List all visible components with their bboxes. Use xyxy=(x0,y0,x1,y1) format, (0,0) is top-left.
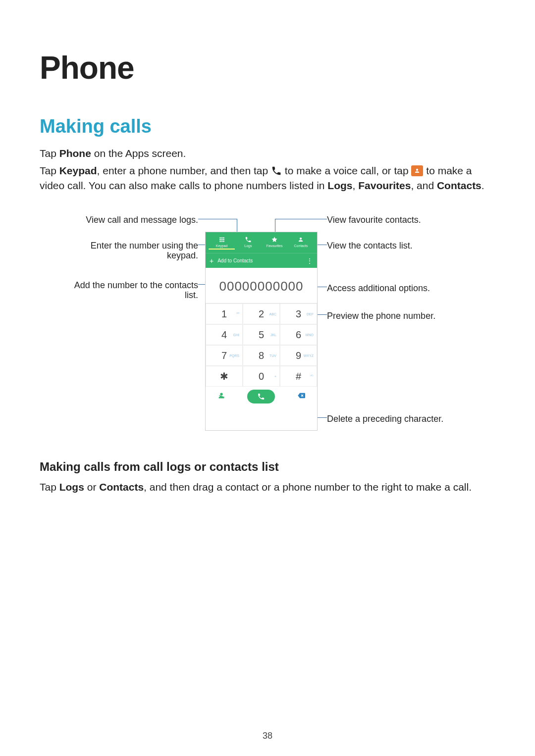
video-call-button[interactable] xyxy=(216,390,227,403)
key-sublabel: WXYZ xyxy=(304,354,314,357)
key-0[interactable]: 0+ xyxy=(243,366,280,387)
tab-label: Contacts xyxy=(294,244,308,248)
key-sublabel: JKL xyxy=(270,333,276,337)
key-digit: # xyxy=(296,371,301,382)
more-options-icon[interactable]: ⋮ xyxy=(306,257,313,265)
voice-call-button[interactable] xyxy=(247,390,275,403)
svg-rect-5 xyxy=(223,239,224,240)
key-8[interactable]: 8TUV xyxy=(243,345,280,366)
key-6[interactable]: 6MNO xyxy=(280,324,317,345)
text: , and then drag a contact or a phone num… xyxy=(144,481,472,493)
text: . xyxy=(482,180,484,191)
key-3[interactable]: 3DEF xyxy=(280,303,317,324)
phone-diagram: View call and message logs. Enter the nu… xyxy=(40,202,495,440)
key-4[interactable]: 4GHI xyxy=(206,324,243,345)
text-bold-logs: Logs xyxy=(59,481,84,493)
text-bold-favourites: Favourites xyxy=(358,180,411,191)
plus-icon: + xyxy=(210,257,214,265)
section-heading: Making calls xyxy=(40,116,495,137)
callout-preview-number: Preview the phone number. xyxy=(327,310,435,322)
tab-label: Keypad xyxy=(216,244,228,248)
key-9[interactable]: 9WXYZ xyxy=(280,345,317,366)
key-digit: 4 xyxy=(221,329,227,341)
key-sublabel: ABC xyxy=(269,312,276,316)
key-digit: 0 xyxy=(259,371,264,382)
key-digit: 8 xyxy=(259,350,264,361)
key-sublabel: PQRS xyxy=(229,354,239,357)
key-sublabel: GHI xyxy=(233,333,239,337)
svg-rect-7 xyxy=(221,241,222,242)
phone-screenshot: Keypad Logs Favourites Contacts + Add to xyxy=(206,232,317,430)
callout-keypad-l2: keypad. xyxy=(40,250,198,261)
key-sublabel: ᴼᴼ xyxy=(236,312,239,316)
text-bold-contacts: Contacts xyxy=(437,180,482,191)
svg-rect-3 xyxy=(219,239,220,240)
paragraph-1: Tap Phone on the Apps screen. xyxy=(40,146,495,160)
text: , xyxy=(353,180,359,191)
text: to make a voice call, or tap xyxy=(285,165,412,176)
backspace-button[interactable] xyxy=(296,392,307,402)
text-bold-contacts: Contacts xyxy=(99,481,144,493)
key-sublabel: + xyxy=(274,375,276,378)
connector-line xyxy=(275,219,327,219)
tab-label: Favourites xyxy=(267,244,283,248)
key-digit: 3 xyxy=(296,308,301,320)
tab-logs[interactable]: Logs xyxy=(235,236,261,250)
star-icon xyxy=(271,236,278,243)
page-number: 38 xyxy=(0,731,535,741)
keypad: 1ᴼᴼ 2ABC 3DEF 4GHI 5JKL 6MNO 7PQRS 8TUV … xyxy=(206,303,317,387)
text: or xyxy=(84,481,99,493)
key-digit: 9 xyxy=(296,350,301,361)
svg-rect-1 xyxy=(221,237,222,238)
key-sublabel: DEF xyxy=(307,312,314,316)
svg-rect-2 xyxy=(223,237,224,238)
text: Tap xyxy=(40,165,59,176)
callout-more-options: Access additional options. xyxy=(327,283,430,294)
keypad-icon xyxy=(218,236,225,243)
text-bold-logs: Logs xyxy=(327,180,352,191)
text: Tap xyxy=(40,148,59,159)
key-5[interactable]: 5JKL xyxy=(243,324,280,345)
person-icon xyxy=(297,236,304,243)
phone-tab-bar: Keypad Logs Favourites Contacts xyxy=(206,232,317,253)
key-digit: 2 xyxy=(259,308,264,320)
key-7[interactable]: 7PQRS xyxy=(206,345,243,366)
key-digit: 5 xyxy=(259,329,264,341)
number-display: 00000000000 xyxy=(206,268,317,303)
key-2[interactable]: 2ABC xyxy=(243,303,280,324)
key-sublabel: ⁽ᴷ⁾ xyxy=(310,374,314,378)
page-title: Phone xyxy=(40,50,495,86)
key-1[interactable]: 1ᴼᴼ xyxy=(206,303,243,324)
key-sublabel: MNO xyxy=(306,333,314,337)
key-hash[interactable]: #⁽ᴷ⁾ xyxy=(280,366,317,387)
phone-handset-icon xyxy=(271,165,282,176)
text-bold-phone: Phone xyxy=(59,148,91,159)
tab-favourites[interactable]: Favourites xyxy=(262,236,288,250)
tab-keypad[interactable]: Keypad xyxy=(209,236,235,250)
text: , enter a phone number, and then tap xyxy=(97,165,271,176)
text: Tap xyxy=(40,481,59,493)
svg-rect-4 xyxy=(221,239,222,240)
key-sublabel: TUV xyxy=(269,354,276,357)
video-call-icon xyxy=(411,165,423,176)
key-digit: 7 xyxy=(221,350,227,361)
action-row xyxy=(206,387,317,406)
logs-icon xyxy=(245,236,252,243)
add-to-contacts-label: Add to Contacts xyxy=(217,258,253,263)
callout-view-logs: View call and message logs. xyxy=(40,214,198,226)
text: , and xyxy=(411,180,437,191)
key-star[interactable]: ✱ xyxy=(206,366,243,387)
callout-view-contacts: View the contacts list. xyxy=(327,240,413,252)
key-digit: 1 xyxy=(221,308,227,320)
add-to-contacts-row[interactable]: + Add to Contacts ⋮ xyxy=(206,253,317,268)
svg-rect-8 xyxy=(223,241,224,242)
paragraph-3: Tap Logs or Contacts, and then drag a co… xyxy=(40,480,495,494)
key-digit: 6 xyxy=(296,329,301,341)
callout-add-contacts-l2: list. xyxy=(40,290,198,301)
text-bold-keypad: Keypad xyxy=(59,165,97,176)
tab-label: Logs xyxy=(244,244,252,248)
svg-rect-0 xyxy=(219,237,220,238)
text: on the Apps screen. xyxy=(91,148,186,159)
connector-line xyxy=(198,219,237,219)
tab-contacts[interactable]: Contacts xyxy=(288,236,314,250)
